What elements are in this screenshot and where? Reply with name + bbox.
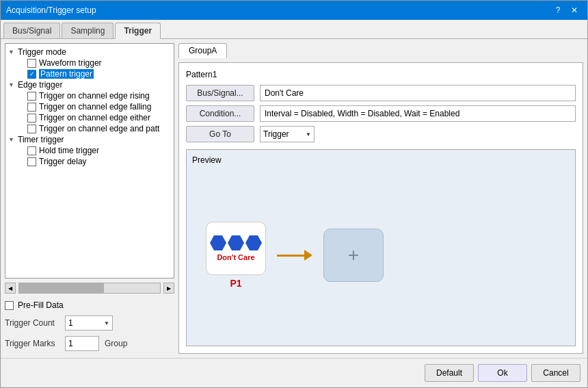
checkbox-ch-edge-falling[interactable] <box>27 103 36 112</box>
scrollbar-thumb <box>19 283 104 293</box>
tree-item-trigger-mode[interactable]: ▼ Trigger mode <box>8 47 171 57</box>
tab-bar: Bus/Signal Sampling Trigger <box>1 20 587 39</box>
close-button[interactable]: ✕ <box>567 4 582 16</box>
horizontal-scrollbar[interactable] <box>18 283 161 294</box>
help-button[interactable]: ? <box>550 4 565 16</box>
ok-button[interactable]: Ok <box>478 364 527 382</box>
tree-item-ch-edge-either[interactable]: Trigger on channel edge either <box>8 112 171 123</box>
arrow-icon <box>277 250 312 261</box>
expander-trigger-mode: ▼ <box>8 49 18 55</box>
scrollbar-area: ◀ ▶ <box>5 283 174 294</box>
checkbox-ch-edge-either[interactable] <box>27 114 36 122</box>
cancel-button[interactable]: Cancel <box>531 364 580 382</box>
checkbox-pattern-trigger[interactable]: ✓ <box>27 70 36 79</box>
goto-row: Go To Trigger ▼ <box>186 126 576 142</box>
window-title: Acquisition/Trigger setup <box>6 5 96 15</box>
pattern-title: Pattern1 <box>186 70 576 79</box>
pattern-panel: Pattern1 Bus/Signal... Don't Care Condit… <box>178 62 583 354</box>
title-bar: Acquisition/Trigger setup ? ✕ <box>1 1 587 20</box>
trigger-marks-input[interactable] <box>65 336 99 351</box>
trigger-marks-label: Trigger Marks <box>5 339 59 348</box>
hex-icon-1 <box>210 235 226 250</box>
trigger-count-label: Trigger Count <box>5 318 59 328</box>
label-edge-trigger: Edge trigger <box>18 80 62 90</box>
left-bottom-controls: Pre-Fill Data Trigger Count 1 ▼ Trigger … <box>5 298 174 354</box>
condition-row: Condition... Interval = Disabled, Width … <box>186 105 576 122</box>
arrow-shaft <box>277 255 304 257</box>
trigger-count-arrow-icon: ▼ <box>104 320 109 326</box>
prefill-checkbox[interactable] <box>5 301 14 310</box>
bottom-bar: Default Ok Cancel <box>1 358 587 387</box>
checkbox-hold-time[interactable] <box>27 146 36 155</box>
tree-item-ch-edge-rising[interactable]: Trigger on channel edge rising <box>8 90 171 101</box>
checkbox-waveform-trigger[interactable] <box>27 59 36 68</box>
content-area: ▼ Trigger mode Waveform trigger ✓ Patter… <box>1 39 587 358</box>
tree-item-waveform-trigger[interactable]: Waveform trigger <box>8 57 171 68</box>
plus-block[interactable]: + <box>323 229 384 282</box>
bus-signal-row: Bus/Signal... Don't Care <box>186 85 576 101</box>
tree-container[interactable]: ▼ Trigger mode Waveform trigger ✓ Patter… <box>5 43 174 279</box>
preview-area: Preview Don't Care <box>186 149 576 346</box>
label-ch-edge-rising: Trigger on channel edge rising <box>39 91 150 101</box>
tab-group-a[interactable]: GroupA <box>178 43 227 58</box>
trigger-marks-row: Trigger Marks Group <box>5 336 174 351</box>
tree-item-trigger-delay[interactable]: Trigger delay <box>8 156 171 167</box>
tree-item-ch-edge-patt[interactable]: Trigger on channel edge and patt <box>8 123 171 134</box>
checkbox-ch-edge-rising[interactable] <box>27 92 36 101</box>
preview-label: Preview <box>192 155 570 165</box>
tree-item-hold-time[interactable]: Hold time trigger <box>8 145 171 156</box>
goto-value: Trigger <box>263 129 289 139</box>
dont-care-block[interactable]: Don't Care <box>206 222 266 275</box>
group-label: Group <box>105 339 127 348</box>
goto-arrow-icon: ▼ <box>306 131 311 138</box>
label-timer-trigger: Timer trigger <box>18 135 64 144</box>
tree-item-edge-trigger[interactable]: ▼ Edge trigger <box>8 79 171 90</box>
scroll-right-btn[interactable]: ▶ <box>163 283 174 294</box>
scroll-left-btn[interactable]: ◀ <box>5 283 16 294</box>
label-trigger-mode: Trigger mode <box>18 47 66 57</box>
label-waveform-trigger: Waveform trigger <box>39 58 102 68</box>
tree-item-ch-edge-falling[interactable]: Trigger on channel edge falling <box>8 101 171 112</box>
expander-edge: ▼ <box>8 81 18 88</box>
dont-care-label: Don't Care <box>217 253 254 261</box>
bus-signal-button[interactable]: Bus/Signal... <box>186 85 254 101</box>
label-ch-edge-patt: Trigger on channel edge and patt <box>39 124 159 133</box>
hex-icon-3 <box>245 235 262 250</box>
checkbox-trigger-delay[interactable] <box>27 157 36 166</box>
right-panel: GroupA Pattern1 Bus/Signal... Don't Care… <box>178 43 583 354</box>
plus-symbol: + <box>348 244 359 266</box>
tab-trigger[interactable]: Trigger <box>115 23 161 39</box>
trigger-count-dropdown[interactable]: 1 ▼ <box>65 315 113 331</box>
preview-content: Don't Care P1 + <box>192 170 570 340</box>
prefill-label: Pre-Fill Data <box>18 300 64 310</box>
trigger-count-row: Trigger Count 1 ▼ <box>5 315 174 331</box>
title-bar-controls: ? ✕ <box>550 4 582 16</box>
left-panel: ▼ Trigger mode Waveform trigger ✓ Patter… <box>5 43 174 354</box>
tab-sampling[interactable]: Sampling <box>62 23 113 38</box>
label-hold-time: Hold time trigger <box>39 146 99 155</box>
main-window: Acquisition/Trigger setup ? ✕ Bus/Signal… <box>0 0 588 388</box>
checkbox-ch-edge-patt[interactable] <box>27 125 36 133</box>
tree-item-timer-trigger[interactable]: ▼ Timer trigger <box>8 134 171 145</box>
hex-icons <box>210 235 262 250</box>
arrow-head <box>304 250 312 261</box>
condition-value: Interval = Disabled, Width = Disabled, W… <box>260 105 576 122</box>
group-tab-bar: GroupA <box>178 43 583 58</box>
label-ch-edge-either: Trigger on channel edge either <box>39 113 150 122</box>
tree-item-pattern-trigger[interactable]: ✓ Pattern trigger <box>8 68 171 79</box>
trigger-count-value: 1 <box>68 318 73 328</box>
tab-bus-signal[interactable]: Bus/Signal <box>3 23 60 38</box>
condition-button[interactable]: Condition... <box>186 105 254 122</box>
goto-dropdown[interactable]: Trigger ▼ <box>260 126 315 142</box>
p1-label: P1 <box>230 278 241 289</box>
expander-timer: ▼ <box>8 136 18 143</box>
bus-signal-value: Don't Care <box>260 85 576 101</box>
label-pattern-trigger: Pattern trigger <box>39 69 94 79</box>
label-ch-edge-falling: Trigger on channel edge falling <box>39 102 151 112</box>
default-button[interactable]: Default <box>425 364 474 382</box>
goto-button[interactable]: Go To <box>186 126 254 142</box>
prefill-row: Pre-Fill Data <box>5 300 174 310</box>
label-trigger-delay: Trigger delay <box>39 157 87 166</box>
hex-icon-2 <box>228 235 244 250</box>
